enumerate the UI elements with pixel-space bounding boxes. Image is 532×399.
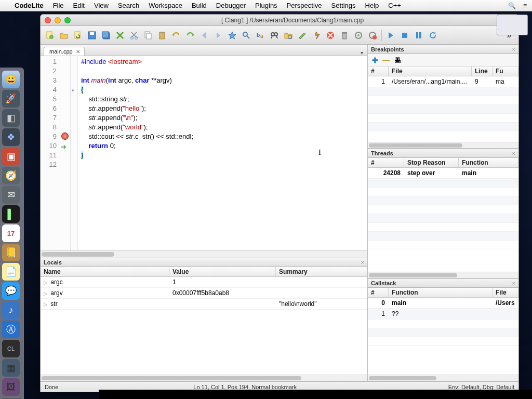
save-icon[interactable] [86, 29, 98, 42]
clean-icon[interactable] [338, 29, 351, 42]
window-minimize-icon[interactable] [55, 17, 61, 23]
breakpoint-settings-icon[interactable]: 🖶 [394, 56, 401, 64]
tab-close-icon[interactable]: ✕ [76, 49, 80, 55]
resources-icon[interactable] [282, 29, 295, 42]
breakpoints-close-icon[interactable]: × [512, 46, 515, 52]
back-icon[interactable] [198, 29, 210, 42]
breakpoints-panel-header[interactable]: Breakpoints × [368, 45, 518, 54]
dock-appstore-icon[interactable]: ❖ [2, 128, 20, 146]
reload-icon[interactable] [72, 29, 84, 42]
close-icon[interactable] [114, 29, 126, 42]
callstack-row[interactable]: 0 main /Users [368, 298, 518, 309]
locals-row[interactable]: ▷ argv 0x00007fff5b8a0ab8 [41, 288, 367, 299]
menubar-debugger[interactable]: Debugger [216, 2, 246, 9]
menubar-file[interactable]: File [53, 2, 64, 9]
cut-icon[interactable] [128, 29, 140, 42]
undo-icon[interactable] [170, 29, 182, 42]
locals-col-summary[interactable]: Summary [276, 267, 367, 276]
find-icon[interactable] [240, 29, 252, 42]
dock-codelite-icon[interactable]: CL [2, 340, 20, 357]
debug-pause-icon[interactable] [413, 29, 425, 42]
menubar-app[interactable]: CodeLite [15, 2, 44, 9]
dock-terminal-icon[interactable]: ▌ [2, 205, 20, 223]
add-breakpoint-icon[interactable]: ✚ [372, 56, 378, 64]
dock-contacts-icon[interactable]: 📒 [2, 244, 20, 261]
menubar-build[interactable]: Build [192, 2, 207, 9]
bookmark-icon[interactable] [226, 29, 238, 42]
debug-start-icon[interactable] [384, 29, 397, 42]
dock-finder-icon[interactable]: 😀 [2, 71, 20, 88]
new-file-icon[interactable] [44, 29, 56, 42]
breakpoints-hscrollbar[interactable] [368, 142, 518, 148]
dock-preview-icon[interactable]: 🖼 [2, 378, 20, 396]
dock-mail-icon[interactable]: ✉ [2, 186, 20, 204]
tab-main-cpp[interactable]: main.cpp ✕ [44, 47, 85, 56]
locals-hscrollbar[interactable] [41, 375, 367, 381]
dock-notes-icon[interactable]: 📄 [2, 263, 20, 281]
callstack-hscrollbar[interactable] [368, 375, 518, 381]
remove-breakpoint-icon[interactable]: — [382, 56, 390, 64]
locals-panel-header[interactable]: Locals × [41, 258, 367, 267]
breakpoints-header-row[interactable]: # File Line Fu [368, 66, 518, 76]
threads-close-icon[interactable]: × [512, 150, 515, 156]
callstack-row[interactable]: 1 ?? [368, 309, 518, 320]
locals-header-row[interactable]: Name Value Summary [41, 267, 367, 277]
menubar-help[interactable]: Help [365, 2, 379, 9]
menubar-edit[interactable]: Edit [73, 2, 85, 9]
menubar-search[interactable]: Search [118, 2, 139, 9]
build-run-icon[interactable] [352, 29, 365, 42]
dock-missioncontrol-icon[interactable]: ◧ [2, 109, 20, 127]
find-replace-icon[interactable]: ba [254, 29, 267, 42]
menubar-cpp[interactable]: C++ [388, 2, 401, 9]
menu-extras-icon[interactable]: ≡ [523, 2, 527, 9]
build-stop-icon[interactable] [366, 29, 379, 42]
dock-appstore2-icon[interactable]: Ⓐ [2, 321, 20, 338]
window-zoom-icon[interactable] [64, 17, 71, 23]
menubar-view[interactable]: View [94, 2, 109, 9]
copy-icon[interactable] [142, 29, 154, 42]
dock-app-icon[interactable]: ▣ [2, 148, 20, 165]
fold-column[interactable]: ▾ [71, 56, 78, 250]
forward-icon[interactable] [212, 29, 224, 42]
open-folder-icon[interactable] [58, 29, 70, 42]
threads-hscrollbar[interactable] [368, 272, 518, 278]
callstack-header-row[interactable]: # Function File [368, 288, 518, 298]
breakpoint-marker-icon[interactable] [61, 132, 69, 140]
menubar-workspace[interactable]: Workspace [149, 2, 182, 9]
find-in-files-icon[interactable] [268, 29, 281, 42]
code-editor[interactable]: 123456789101112 ➔ ▾ #include <iostream> … [41, 56, 367, 250]
editor-hscrollbar[interactable] [41, 250, 367, 258]
code-content[interactable]: #include <iostream> int main(int argc, c… [78, 56, 367, 250]
dock-launchpad-icon[interactable]: 🚀 [2, 90, 20, 108]
debug-stop-icon[interactable] [398, 29, 411, 42]
menubar-perspective[interactable]: Perspective [287, 2, 322, 9]
dock-safari-icon[interactable]: 🧭 [2, 167, 20, 184]
window-preview-thumb[interactable] [497, 15, 528, 35]
callstack-close-icon[interactable]: × [512, 280, 515, 286]
thread-row[interactable]: 24208 step over main [368, 168, 518, 179]
locals-col-value[interactable]: Value [169, 267, 276, 276]
dock-calendar-icon[interactable]: 17 [2, 224, 20, 242]
highlight-icon[interactable] [296, 29, 309, 42]
locals-close-icon[interactable]: × [361, 259, 364, 265]
window-titlebar[interactable]: [ Clang1 ] /Users/eran/Documents/Clang1/… [41, 15, 518, 26]
threads-header-row[interactable]: # Stop Reason Function [368, 158, 518, 168]
window-close-icon[interactable] [45, 17, 51, 23]
dock-messages-icon[interactable]: 💬 [2, 282, 20, 300]
callstack-panel-header[interactable]: Callstack × [368, 278, 518, 288]
threads-panel-header[interactable]: Threads × [368, 149, 518, 158]
tabs-dropdown-icon[interactable]: ▾ [361, 50, 363, 56]
paste-icon[interactable] [156, 29, 168, 42]
dock-itunes-icon[interactable]: ♪ [2, 301, 20, 319]
locals-col-name[interactable]: Name [41, 267, 169, 276]
redo-icon[interactable] [184, 29, 196, 42]
menubar-plugins[interactable]: Plugins [255, 2, 277, 9]
breakpoint-row[interactable]: 1 /Users/eran/...ang1/main.cpp 9 ma [368, 76, 518, 87]
debug-restart-icon[interactable] [427, 29, 439, 42]
save-all-icon[interactable] [100, 29, 112, 42]
menubar-settings[interactable]: Settings [331, 2, 356, 9]
locals-row[interactable]: ▷ argc 1 [41, 277, 367, 288]
build-icon[interactable] [310, 29, 323, 42]
marker-margin[interactable]: ➔ [60, 56, 71, 250]
spotlight-icon[interactable]: 🔍 [508, 2, 516, 9]
